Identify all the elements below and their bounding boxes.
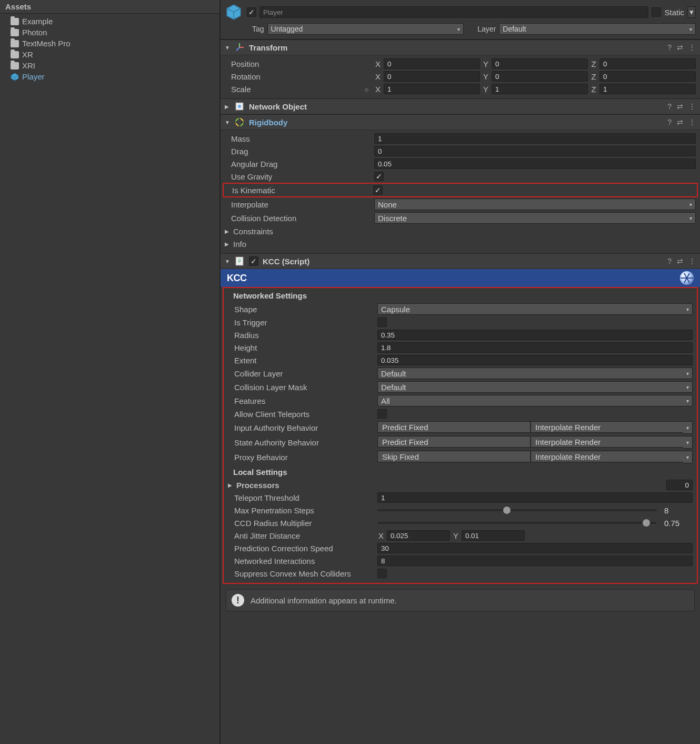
scale-x-input[interactable]: [384, 84, 480, 94]
drag-input[interactable]: [374, 146, 696, 156]
static-checkbox[interactable]: [652, 7, 661, 17]
rotation-y-input[interactable]: [492, 71, 588, 82]
help-icon[interactable]: ?: [667, 43, 672, 52]
rotation-x-input[interactable]: [384, 71, 480, 82]
maxpen-slider[interactable]: [377, 509, 657, 511]
menu-icon[interactable]: ⋮: [688, 43, 696, 52]
proxybehavior-dropdown[interactable]: Skip FixedInterpolate Render: [377, 451, 693, 463]
inputauthority-label: Input Authority Behavior: [233, 423, 375, 432]
radius-input[interactable]: [377, 330, 693, 340]
angdrag-label: Angular Drag: [230, 160, 372, 168]
collisiondetection-label: Collision Detection: [230, 214, 372, 223]
mass-input[interactable]: [374, 133, 696, 144]
help-icon[interactable]: ?: [667, 102, 672, 111]
stateauthority-dropdown[interactable]: Predict FixedInterpolate Render: [377, 436, 693, 449]
teleportthreshold-input[interactable]: [377, 492, 693, 503]
folder-icon: [11, 62, 19, 70]
foldout-icon: ▶: [225, 104, 230, 110]
scale-z-input[interactable]: [599, 84, 696, 94]
preset-icon[interactable]: ⇄: [677, 118, 683, 126]
static-dropdown[interactable]: ▾: [687, 6, 696, 18]
maxpen-value: 8: [661, 506, 693, 515]
folder-icon: [11, 18, 19, 25]
preset-icon[interactable]: ⇄: [677, 257, 683, 265]
proxybehavior-label: Proxy Behavior: [233, 453, 375, 462]
ccdmul-label: CCD Radius Multiplier: [233, 519, 375, 528]
colliderlayer-dropdown[interactable]: Default: [377, 368, 693, 379]
link-icon[interactable]: ⟐: [364, 85, 369, 94]
kcc-enabled-checkbox[interactable]: [249, 256, 258, 266]
folder-icon: [11, 29, 19, 36]
kcc-logo-icon: [680, 271, 694, 285]
predcorr-input[interactable]: [377, 543, 693, 553]
layer-dropdown[interactable]: Default: [499, 23, 696, 35]
help-icon[interactable]: ?: [667, 118, 672, 126]
tag-layer-row: Tag Untagged Layer Default: [221, 21, 700, 39]
menu-icon[interactable]: ⋮: [688, 102, 696, 111]
allowclientteleports-checkbox[interactable]: [377, 409, 387, 419]
asset-folder-textmeshpro[interactable]: TextMesh Pro: [3, 38, 219, 49]
rotation-label: Rotation: [230, 72, 372, 81]
position-z-input[interactable]: [599, 58, 696, 69]
menu-icon[interactable]: ⋮: [688, 257, 696, 265]
inputauthority-dropdown[interactable]: Predict FixedInterpolate Render: [377, 421, 693, 434]
radius-label: Radius: [233, 331, 375, 340]
menu-icon[interactable]: ⋮: [688, 118, 696, 126]
kcc-title: KCC (Script): [263, 257, 663, 266]
gameobject-name-input[interactable]: [259, 6, 648, 18]
height-input[interactable]: [377, 342, 693, 353]
scale-y-input[interactable]: [492, 84, 588, 94]
foldout-icon: ▼: [225, 120, 230, 125]
help-icon[interactable]: ?: [667, 257, 672, 265]
predcorr-label: Prediction Correction Speed: [233, 544, 375, 553]
position-label: Position: [230, 59, 372, 68]
collisionlayermask-dropdown[interactable]: Default: [377, 381, 693, 393]
processors-count[interactable]: [666, 480, 693, 490]
transform-component-header[interactable]: ▼ Transform ? ⇄ ⋮: [221, 39, 700, 55]
extent-input[interactable]: [377, 355, 693, 365]
asset-folder-photon[interactable]: Photon: [3, 27, 219, 38]
shape-dropdown[interactable]: Capsule: [377, 303, 693, 315]
ccdmul-slider[interactable]: [377, 522, 657, 524]
processors-foldout[interactable]: ▶Processors: [224, 479, 697, 491]
collisionlayermask-label: Collision Layer Mask: [233, 383, 375, 392]
features-dropdown[interactable]: All: [377, 395, 693, 406]
inspector-panel: Static ▾ Tag Untagged Layer Default ▼ Tr…: [219, 0, 700, 744]
networkobject-component-header[interactable]: ▶ Network Object ? ⇄ ⋮: [221, 98, 700, 114]
asset-folder-xr[interactable]: XR: [3, 49, 219, 60]
position-x-input[interactable]: [384, 58, 480, 69]
tag-dropdown[interactable]: Untagged: [267, 23, 464, 35]
asset-tree: Example Photon TextMesh Pro XR XRI Playe…: [0, 14, 219, 82]
asset-prefab-player[interactable]: Player: [3, 71, 219, 82]
angdrag-input[interactable]: [374, 158, 696, 169]
info-icon: !: [232, 594, 244, 607]
features-label: Features: [233, 396, 375, 405]
transform-icon: [234, 42, 245, 53]
istrigger-checkbox[interactable]: [377, 318, 387, 327]
position-y-input[interactable]: [492, 58, 588, 69]
asset-folder-xri[interactable]: XRI: [3, 60, 219, 71]
suppressconv-checkbox[interactable]: [377, 569, 387, 578]
usegravity-checkbox[interactable]: [374, 172, 384, 181]
allowclientteleports-label: Allow Client Teleports: [233, 410, 375, 419]
collisiondetection-dropdown[interactable]: Discrete: [374, 212, 696, 224]
script-icon: #: [234, 256, 245, 266]
iskinematic-checkbox[interactable]: [373, 185, 383, 195]
svg-text:#: #: [238, 258, 241, 264]
info-foldout[interactable]: ▶Info: [221, 237, 700, 250]
rotation-z-input[interactable]: [599, 71, 696, 82]
gameobject-enabled-checkbox[interactable]: [247, 7, 256, 17]
netint-input[interactable]: [377, 555, 693, 566]
antijitter-x-input[interactable]: [387, 530, 450, 541]
preset-icon[interactable]: ⇄: [677, 43, 683, 52]
interpolate-dropdown[interactable]: None: [374, 199, 696, 210]
kcc-component-header[interactable]: ▼ # KCC (Script) ? ⇄ ⋮: [221, 253, 700, 269]
constraints-foldout[interactable]: ▶Constraints: [221, 225, 700, 237]
assets-panel: Assets Example Photon TextMesh Pro XR XR…: [0, 0, 219, 744]
mass-label: Mass: [230, 134, 372, 143]
antijitter-y-input[interactable]: [462, 530, 525, 541]
rigidbody-component-header[interactable]: ▼ Rigidbody ? ⇄ ⋮: [221, 114, 700, 130]
assets-header: Assets: [0, 0, 219, 14]
preset-icon[interactable]: ⇄: [677, 102, 683, 111]
asset-folder-example[interactable]: Example: [3, 16, 219, 27]
